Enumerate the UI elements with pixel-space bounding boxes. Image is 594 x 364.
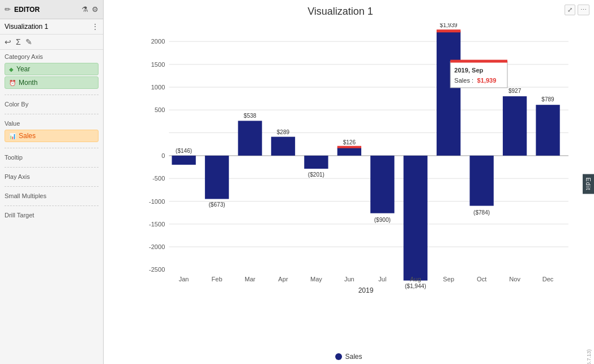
svg-text:-500: -500 bbox=[152, 175, 165, 182]
bar-jun[interactable] bbox=[337, 148, 361, 156]
divider-5 bbox=[5, 186, 99, 187]
edit-button[interactable]: Edit bbox=[583, 174, 594, 194]
editor-header: ✏ EDITOR ⚗ ⚙ bbox=[0, 0, 103, 19]
drill-target-label: Drill Target bbox=[0, 208, 103, 220]
sales-pill[interactable]: 📊 Sales bbox=[5, 130, 99, 142]
svg-text:Feb: Feb bbox=[212, 276, 223, 282]
bar-jul[interactable] bbox=[370, 156, 394, 213]
pen-icon[interactable]: ✎ bbox=[25, 37, 32, 46]
tooltip-label: Tooltip bbox=[0, 151, 103, 162]
viz-title-row: Visualization 1 ⋮ bbox=[0, 19, 103, 35]
gear-icon[interactable]: ⚙ bbox=[92, 5, 99, 14]
bar-mar[interactable] bbox=[238, 121, 262, 155]
dots-menu-icon[interactable]: ⋮ bbox=[92, 23, 99, 31]
svg-rect-32 bbox=[450, 60, 507, 63]
more-icon[interactable]: ⋯ bbox=[578, 5, 589, 15]
bar-jan[interactable] bbox=[172, 156, 195, 165]
divider-6 bbox=[5, 205, 99, 206]
pencil-icon: ✏ bbox=[5, 5, 11, 14]
color-by-section: Color By bbox=[0, 97, 103, 112]
editor-title: EDITOR bbox=[14, 6, 78, 14]
right-panel: Visualization 1 ⤢ ⋯ 2000 1500 bbox=[104, 0, 594, 364]
bar-feb[interactable] bbox=[205, 156, 229, 199]
drill-target-section: Drill Target bbox=[0, 208, 103, 222]
bar-oct[interactable] bbox=[469, 156, 493, 206]
left-panel: ✏ EDITOR ⚗ ⚙ Visualization 1 ⋮ ↩ Σ ✎ Cat… bbox=[0, 0, 104, 364]
bar-sep[interactable] bbox=[437, 31, 460, 156]
svg-text:Aug: Aug bbox=[410, 276, 421, 282]
svg-text:Jan: Jan bbox=[179, 276, 189, 282]
svg-text:Sales :: Sales : bbox=[454, 77, 473, 84]
divider-4 bbox=[5, 167, 99, 168]
svg-text:Oct: Oct bbox=[477, 276, 486, 282]
year-pill-label: Year bbox=[16, 65, 30, 73]
svg-text:$126: $126 bbox=[343, 139, 356, 145]
month-pill[interactable]: ⏰ Month bbox=[5, 76, 99, 89]
category-axis-section: Category Axis ◆ Year ⏰ Month bbox=[0, 50, 103, 92]
svg-text:-1000: -1000 bbox=[149, 198, 165, 205]
svg-text:$1,939: $1,939 bbox=[477, 77, 497, 84]
svg-text:$927: $927 bbox=[508, 88, 522, 94]
svg-text:($146): ($146) bbox=[176, 148, 192, 154]
svg-text:($201): ($201) bbox=[308, 172, 324, 178]
svg-text:$538: $538 bbox=[243, 113, 257, 119]
svg-text:1500: 1500 bbox=[151, 61, 165, 68]
chart-legend: Sales bbox=[104, 350, 594, 364]
svg-text:$789: $789 bbox=[541, 96, 554, 102]
divider-2 bbox=[5, 114, 99, 114]
svg-text:Dec: Dec bbox=[542, 276, 554, 282]
svg-text:-1500: -1500 bbox=[149, 221, 165, 228]
svg-text:2019, Sep: 2019, Sep bbox=[454, 67, 483, 74]
svg-text:$1,939: $1,939 bbox=[440, 23, 458, 28]
expand-icon[interactable]: ⤢ bbox=[565, 5, 575, 15]
svg-text:2000: 2000 bbox=[151, 38, 165, 45]
category-axis-label: Category Axis bbox=[0, 50, 103, 62]
year-pill-icon: ◆ bbox=[9, 66, 14, 72]
legend-label: Sales bbox=[345, 353, 362, 361]
divider-3 bbox=[5, 148, 99, 148]
viz-name: Visualization 1 bbox=[5, 23, 48, 31]
svg-text:Apr: Apr bbox=[278, 276, 288, 282]
bar-may[interactable] bbox=[304, 156, 328, 169]
sales-pill-label: Sales bbox=[19, 132, 36, 140]
month-pill-icon: ⏰ bbox=[9, 80, 16, 86]
svg-text:Nov: Nov bbox=[509, 276, 520, 282]
svg-text:500: 500 bbox=[155, 106, 165, 113]
play-axis-label: Play Axis bbox=[0, 170, 103, 182]
filter-icon[interactable]: ⚗ bbox=[82, 5, 88, 14]
divider-1 bbox=[5, 95, 99, 95]
undo-icon[interactable]: ↩ bbox=[5, 37, 11, 46]
svg-text:0: 0 bbox=[161, 152, 165, 159]
small-multiples-section: Small Multiples bbox=[0, 189, 103, 203]
tooltip-section: Tooltip bbox=[0, 151, 103, 165]
chart-svg: 2000 1500 1000 500 0 -500 -1000 -1500 -2… bbox=[138, 23, 583, 305]
svg-text:Jun: Jun bbox=[344, 276, 354, 282]
bar-apr[interactable] bbox=[271, 137, 295, 156]
svg-text:1000: 1000 bbox=[151, 84, 165, 91]
play-axis-section: Play Axis bbox=[0, 170, 103, 184]
month-pill-label: Month bbox=[19, 79, 37, 87]
svg-text:Sep: Sep bbox=[443, 276, 454, 282]
svg-rect-29 bbox=[437, 29, 460, 32]
svg-text:-2500: -2500 bbox=[149, 266, 165, 273]
value-label: Value bbox=[0, 117, 103, 129]
svg-text:May: May bbox=[310, 276, 322, 282]
legend-dot bbox=[335, 353, 342, 360]
svg-text:($673): ($673) bbox=[209, 202, 225, 208]
sum-icon[interactable]: Σ bbox=[16, 37, 21, 46]
chart-title: Visualization 1 bbox=[109, 6, 571, 18]
svg-text:2019: 2019 bbox=[358, 286, 374, 294]
svg-text:($900): ($900) bbox=[374, 217, 391, 223]
watermark: http://vitara.co (4.5.5.7.13) bbox=[586, 349, 592, 364]
svg-text:($1,944): ($1,944) bbox=[405, 283, 426, 289]
chart-area: 2000 1500 1000 500 0 -500 -1000 -1500 -2… bbox=[104, 18, 594, 350]
svg-rect-31 bbox=[450, 62, 507, 88]
bar-aug[interactable] bbox=[404, 156, 428, 281]
year-pill[interactable]: ◆ Year bbox=[5, 63, 99, 75]
toolbar-icons: ↩ Σ ✎ bbox=[0, 35, 103, 50]
color-by-label: Color By bbox=[0, 97, 103, 109]
bar-nov[interactable] bbox=[503, 96, 527, 156]
bar-dec[interactable] bbox=[536, 105, 559, 156]
value-section: Value 📊 Sales bbox=[0, 117, 103, 145]
svg-text:($784): ($784) bbox=[473, 209, 490, 216]
